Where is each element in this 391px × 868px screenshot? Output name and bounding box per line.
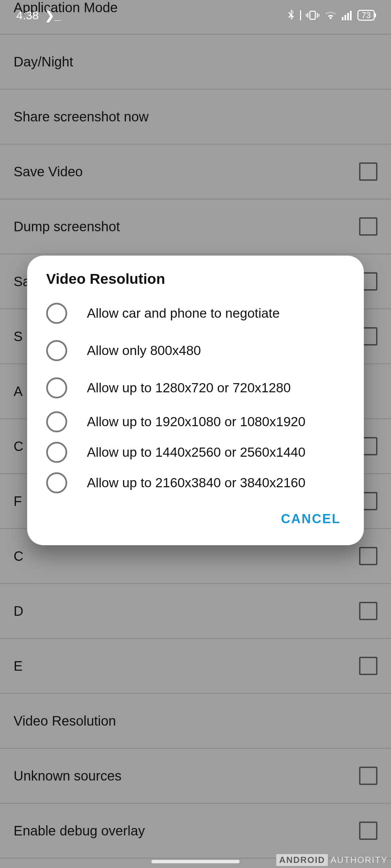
- svg-rect-6: [345, 15, 346, 20]
- svg-rect-8: [350, 11, 352, 20]
- status-time: 4:38: [16, 9, 39, 22]
- terminal-icon: ❯_: [45, 8, 61, 22]
- resolution-option[interactable]: Allow up to 1440x2560 or 2560x1440: [27, 437, 364, 468]
- radio-icon[interactable]: [46, 377, 67, 398]
- option-label: Allow car and phone to negotiate: [87, 305, 280, 322]
- signal-icon: [342, 10, 353, 20]
- option-label: Allow up to 2160x3840 or 3840x2160: [87, 475, 305, 491]
- dialog-actions: CANCEL: [27, 498, 364, 537]
- wifi-icon: [324, 10, 337, 20]
- bluetooth-icon: [286, 9, 295, 21]
- radio-icon[interactable]: [46, 303, 67, 324]
- resolution-option[interactable]: Allow up to 1280x720 or 720x1280: [27, 369, 364, 407]
- watermark: ANDROID AUTHORITY: [276, 854, 388, 866]
- radio-icon[interactable]: [46, 442, 67, 463]
- dialog-options: Allow car and phone to negotiate Allow o…: [27, 295, 364, 498]
- resolution-option[interactable]: Allow up to 1920x1080 or 1080x1920: [27, 407, 364, 437]
- dialog-title: Video Resolution: [27, 271, 364, 295]
- resolution-option[interactable]: Allow up to 2160x3840 or 3840x2160: [27, 468, 364, 498]
- radio-icon[interactable]: [46, 340, 67, 361]
- phone-screen: Application Mode Day/Night Share screens…: [0, 0, 391, 868]
- resolution-option[interactable]: Allow car and phone to negotiate: [27, 295, 364, 332]
- option-label: Allow up to 1920x1080 or 1080x1920: [87, 414, 305, 430]
- divider-icon: [300, 10, 301, 20]
- vibrate-icon: [306, 10, 319, 21]
- svg-rect-5: [342, 17, 343, 20]
- battery-icon: 73: [357, 10, 375, 21]
- radio-icon[interactable]: [46, 411, 67, 432]
- status-left: 4:38 ❯_: [16, 8, 61, 22]
- cancel-button[interactable]: CANCEL: [274, 508, 348, 530]
- resolution-option[interactable]: Allow only 800x480: [27, 332, 364, 369]
- watermark-part2: AUTHORITY: [331, 855, 388, 865]
- option-label: Allow up to 1440x2560 or 2560x1440: [87, 444, 305, 461]
- status-right: 73: [286, 9, 375, 21]
- battery-level: 73: [361, 11, 371, 19]
- option-label: Allow only 800x480: [87, 342, 201, 359]
- gesture-nav-pill[interactable]: [151, 860, 240, 863]
- video-resolution-dialog: Video Resolution Allow car and phone to …: [27, 256, 364, 545]
- svg-rect-7: [347, 13, 349, 20]
- radio-icon[interactable]: [46, 472, 67, 493]
- watermark-part1: ANDROID: [276, 854, 328, 866]
- status-bar: 4:38 ❯_ 73: [0, 0, 391, 31]
- option-label: Allow up to 1280x720 or 720x1280: [87, 380, 291, 396]
- svg-rect-0: [310, 11, 315, 19]
